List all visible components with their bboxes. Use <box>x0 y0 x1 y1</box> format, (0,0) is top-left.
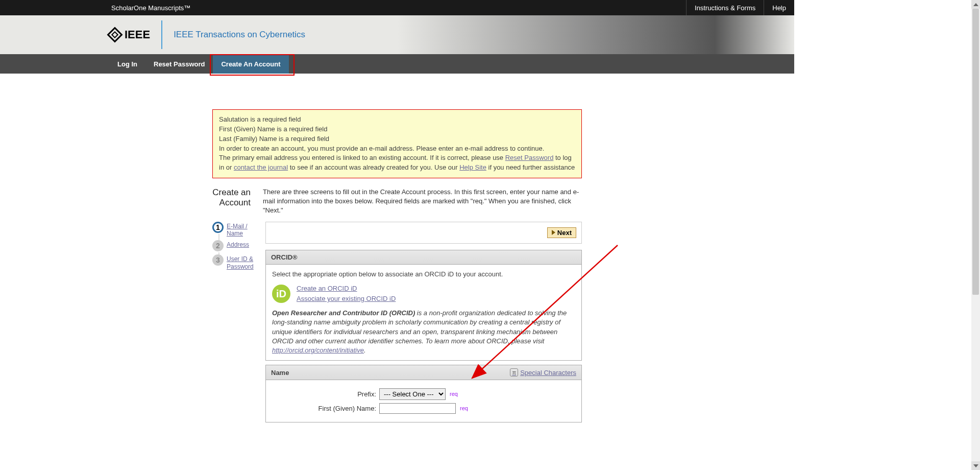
required-indicator: req <box>450 390 458 398</box>
next-button[interactable]: Next <box>547 227 576 238</box>
alert-line: In order to create an account, you must … <box>219 144 575 154</box>
orcid-icon: iD <box>272 285 290 303</box>
scroll-up-button[interactable] <box>971 0 980 9</box>
logo-text: IEEE <box>125 28 150 41</box>
alert-line: Salutation is a required field <box>219 115 575 125</box>
alert-line: First (Given) Name is a required field <box>219 125 575 134</box>
orcid-links: Create an ORCID iD Associate your existi… <box>297 283 396 304</box>
name-body: Prefix: --- Select One --- req First (Gi… <box>266 380 581 422</box>
scrollbar-track[interactable] <box>971 9 980 461</box>
alert-line: The primary email address you entered is… <box>219 153 575 173</box>
header: IEEE IEEE Transactions on Cybernetics <box>0 15 794 54</box>
ieee-diamond-icon <box>107 27 122 42</box>
required-indicator: req <box>460 405 468 412</box>
scrollbar[interactable] <box>971 0 980 470</box>
orcid-initiative-link[interactable]: http://orcid.org/content/initiative <box>272 346 364 354</box>
arrow-right-icon <box>552 230 555 235</box>
orcid-prompt: Select the appropriate option below to a… <box>272 270 575 279</box>
step-label: Address <box>227 240 249 248</box>
orcid-body: Select the appropriate option below to a… <box>266 265 581 361</box>
step-1[interactable]: 1 E-Mail / Name <box>212 222 258 238</box>
scroll-down-button[interactable] <box>971 461 980 470</box>
first-name-label: First (Given) Name: <box>272 404 379 413</box>
validation-alert: Salutation is a required field First (Gi… <box>212 109 582 178</box>
next-label: Next <box>557 229 572 237</box>
step-list: 1 E-Mail / Name 2 Address 3 User ID & Pa… <box>212 222 258 427</box>
journal-name: IEEE Transactions on Cybernetics <box>174 30 305 40</box>
header-divider <box>161 20 162 49</box>
section-title: Create an Account <box>212 187 251 216</box>
help-link[interactable]: Help <box>764 0 794 15</box>
prefix-label: Prefix: <box>272 390 379 399</box>
first-name-input[interactable] <box>379 403 456 414</box>
prefix-select[interactable]: --- Select One --- <box>379 388 446 400</box>
step-3[interactable]: 3 User ID & Password <box>212 254 258 270</box>
scrollbar-thumb[interactable] <box>972 9 979 295</box>
section-intro: Create an Account There are three screen… <box>212 187 582 216</box>
section-intro-text: There are three screens to fill out in t… <box>263 187 582 216</box>
associate-orcid-link[interactable]: Associate your existing ORCID iD <box>297 294 396 303</box>
alert-line: Last (Family) Name is a required field <box>219 134 575 144</box>
contact-journal-link[interactable]: contact the journal <box>234 163 288 171</box>
wizard: 1 E-Mail / Name 2 Address 3 User ID & Pa… <box>212 222 582 427</box>
app-viewport: ScholarOne Manuscripts™ Instructions & F… <box>0 0 794 470</box>
orcid-header: ORCID® <box>266 250 581 265</box>
step-label: E-Mail / Name <box>227 222 258 238</box>
nav-create-account[interactable]: Create An Account <box>213 54 288 74</box>
chevron-down-icon <box>973 464 978 467</box>
topbar: ScholarOne Manuscripts™ Instructions & F… <box>0 0 794 15</box>
brand-text: ScholarOne Manuscripts™ <box>111 4 190 12</box>
ieee-logo: IEEE <box>109 28 150 41</box>
pi-icon: π <box>510 368 518 377</box>
name-panel: Name π Special Characters Prefix: --- Se… <box>265 365 582 422</box>
chevron-up-icon <box>973 3 978 6</box>
reset-password-link[interactable]: Reset Password <box>505 154 554 161</box>
step-2[interactable]: 2 Address <box>212 240 258 251</box>
content-area: Salutation is a required field First (Gi… <box>0 74 582 427</box>
step-label: User ID & Password <box>227 254 258 270</box>
nav-login[interactable]: Log In <box>109 54 145 74</box>
step-number-icon: 1 <box>212 222 224 233</box>
help-site-link[interactable]: Help Site <box>459 163 486 171</box>
special-characters-link[interactable]: π Special Characters <box>510 368 576 377</box>
step-number-icon: 3 <box>212 254 224 266</box>
step-number-icon: 2 <box>212 240 224 251</box>
orcid-options: iD Create an ORCID iD Associate your exi… <box>272 283 575 304</box>
main-nav: Log In Reset Password Create An Account <box>0 54 794 74</box>
prefix-row: Prefix: --- Select One --- req <box>272 388 575 400</box>
topbar-right: Instructions & Forms Help <box>686 0 794 15</box>
orcid-description: Open Researcher and Contributor ID (ORCI… <box>272 309 575 355</box>
instructions-forms-link[interactable]: Instructions & Forms <box>686 0 764 15</box>
name-header: Name π Special Characters <box>266 365 581 380</box>
next-row: Next <box>265 222 582 244</box>
create-orcid-link[interactable]: Create an ORCID iD <box>297 284 396 293</box>
orcid-panel: ORCID® Select the appropriate option bel… <box>265 250 582 361</box>
first-name-row: First (Given) Name: req <box>272 403 575 414</box>
nav-reset-password[interactable]: Reset Password <box>145 54 213 74</box>
form-column: Next ORCID® Select the appropriate optio… <box>265 222 582 427</box>
